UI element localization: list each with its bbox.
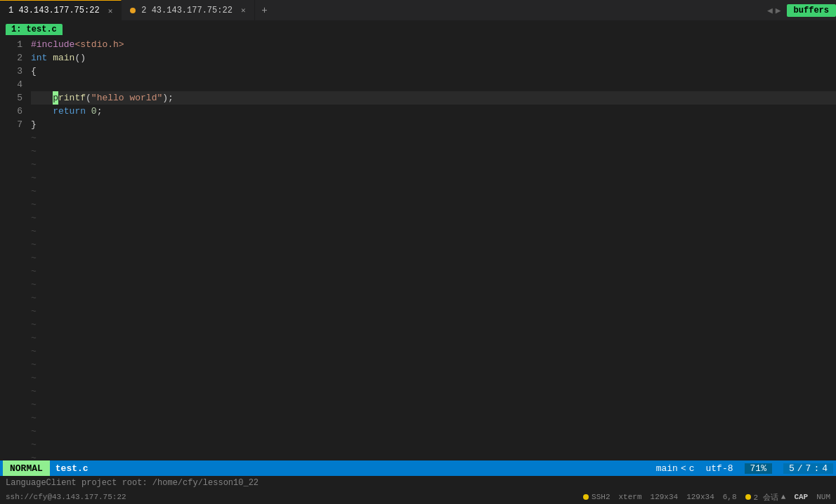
editor-area: 1 2 3 4 5 6 7 #include<stdio.h> int main… xyxy=(0,38,836,460)
terminal-size-text: 129x34 xyxy=(686,493,714,501)
status-filename: test.c xyxy=(55,463,89,474)
ssh-host-text: ssh://cfy@43.143.177.75:22 xyxy=(6,493,126,501)
file-label: 1: test.c xyxy=(6,24,63,35)
code-line-1: #include<stdio.h> xyxy=(31,38,836,51)
ssh-indicator: SSH2 xyxy=(583,493,610,501)
arrow-up: ▲ xyxy=(781,493,786,501)
line-num-5: 5 xyxy=(0,91,22,105)
tilde-11: ~ xyxy=(31,265,836,278)
status-branch: main < c xyxy=(656,463,695,474)
bottom-left: ssh://cfy@43.143.177.75:22 xyxy=(6,493,583,501)
tilde-8: ~ xyxy=(31,225,836,238)
status-right: main < c utf-8 71% 5 / 7 : 4 xyxy=(656,463,833,474)
tilde-17: ~ xyxy=(31,345,836,358)
talk-dot xyxy=(745,494,751,500)
tilde-24: ~ xyxy=(31,438,836,451)
tilde-3: ~ xyxy=(31,158,836,171)
cursor-position: 6,8 xyxy=(723,493,737,501)
filetype: c xyxy=(689,463,695,474)
tilde-1: ~ xyxy=(31,131,836,145)
code-line-2: int main() xyxy=(31,51,836,65)
status-bar: NORMAL test.c main < c utf-8 71% 5 / 7 :… xyxy=(0,460,836,476)
tilde-23: ~ xyxy=(31,425,836,438)
tilde-4: ~ xyxy=(31,171,836,185)
code-line-7: } xyxy=(31,118,836,131)
tab-1[interactable]: 1 43.143.177.75:22 ✕ xyxy=(0,0,122,20)
ssh2-label: SSH2 xyxy=(592,493,610,501)
tab-arrow-left[interactable]: ◀ xyxy=(767,5,773,16)
tab-bar: 1 43.143.177.75:22 ✕ 2 43.143.177.75:22 … xyxy=(0,0,836,21)
column: 4 xyxy=(822,463,828,474)
new-tab-button[interactable]: + xyxy=(255,1,275,20)
tilde-12: ~ xyxy=(31,278,836,291)
tab-arrow-right[interactable]: ▶ xyxy=(776,5,781,16)
tilde-15: ~ xyxy=(31,318,836,331)
tab-1-close[interactable]: ✕ xyxy=(108,6,113,15)
line-separator: / xyxy=(797,463,803,474)
code-line-4 xyxy=(31,78,836,91)
code-content[interactable]: #include<stdio.h> int main() { printf("h… xyxy=(28,38,836,460)
project-info-bar: LanguageClient project root: /home/cfy/l… xyxy=(0,476,836,490)
tilde-7: ~ xyxy=(31,211,836,225)
file-label-bar: 1: test.c xyxy=(0,21,836,38)
tab-2-close[interactable]: ✕ xyxy=(241,6,246,15)
line-num-2: 2 xyxy=(0,51,22,65)
num-indicator: NUM xyxy=(816,493,830,501)
ssh-dot xyxy=(583,494,589,500)
talk-indicator: 2 会话 ▲ xyxy=(745,492,786,503)
line-num-1: 1 xyxy=(0,38,22,51)
status-encoding: utf-8 xyxy=(706,463,733,474)
code-line-3: { xyxy=(31,65,836,78)
talk-count: 2 会话 xyxy=(754,492,778,503)
line-num-3: 3 xyxy=(0,65,22,78)
tilde-10: ~ xyxy=(31,251,836,265)
tilde-14: ~ xyxy=(31,305,836,318)
tab-1-label: 1 43.143.177.75:22 xyxy=(8,6,100,15)
vim-mode: NORMAL xyxy=(3,460,50,476)
bottom-right: SSH2 xterm 129x34 129x34 6,8 2 会话 ▲ CAP … xyxy=(583,492,830,503)
tilde-5: ~ xyxy=(31,185,836,198)
tilde-18: ~ xyxy=(31,358,836,371)
terminal-size: 129x34 xyxy=(651,493,679,501)
tab-2[interactable]: 2 43.143.177.75:22 ✕ xyxy=(122,0,254,20)
tilde-22: ~ xyxy=(31,411,836,425)
tilde-9: ~ xyxy=(31,238,836,251)
tilde-6: ~ xyxy=(31,198,836,211)
line-num-4: 4 xyxy=(0,78,22,91)
total-lines: 7 xyxy=(806,463,811,474)
status-percent: 71% xyxy=(745,463,772,474)
tilde-21: ~ xyxy=(31,398,836,411)
code-line-5: printf("hello world"); xyxy=(31,91,836,105)
tilde-25: ~ xyxy=(31,451,836,460)
tilde-19: ~ xyxy=(31,371,836,385)
project-info-text: LanguageClient project root: /home/cfy/l… xyxy=(6,478,259,488)
col-separator: : xyxy=(814,463,819,474)
branch-name: main xyxy=(656,463,678,474)
bottom-bar: ssh://cfy@43.143.177.75:22 SSH2 xterm 12… xyxy=(0,490,836,504)
line-num-7: 7 xyxy=(0,118,22,131)
line-numbers: 1 2 3 4 5 6 7 xyxy=(0,38,28,460)
xterm-label: xterm xyxy=(619,493,642,501)
cap-indicator: CAP xyxy=(794,493,808,501)
tab-2-label: 2 43.143.177.75:22 xyxy=(141,6,233,15)
tilde-16: ~ xyxy=(31,331,836,345)
branch-separator: < xyxy=(681,463,686,474)
status-position: 5 / 7 : 4 xyxy=(783,463,833,474)
tab-2-dot xyxy=(130,8,136,13)
tab-navigation: ◀ ▶ xyxy=(767,5,787,16)
buffers-button[interactable]: buffers xyxy=(787,4,836,17)
tilde-13: ~ xyxy=(31,291,836,305)
current-line: 5 xyxy=(789,463,795,474)
tilde-20: ~ xyxy=(31,385,836,398)
line-num-6: 6 xyxy=(0,105,22,118)
code-line-6: return 0; xyxy=(31,105,836,118)
tilde-2: ~ xyxy=(31,145,836,158)
